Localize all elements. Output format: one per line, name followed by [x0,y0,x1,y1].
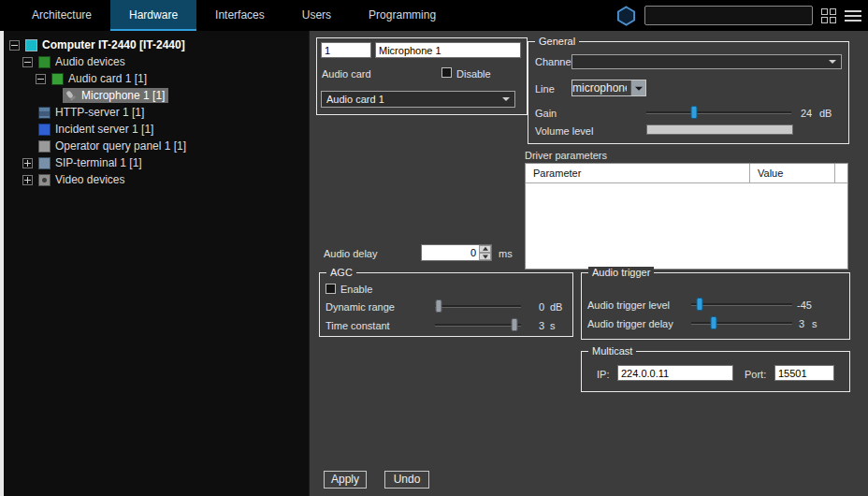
tree-item-label: Audio card 1 [1] [68,72,147,85]
time-constant-slider[interactable] [435,318,521,331]
tree-item[interactable]: Audio devices [4,53,309,70]
http-server-icon [38,107,51,119]
collapse-icon[interactable] [9,40,20,51]
channel-select[interactable] [571,54,842,69]
identity-group: Audio card Disable Audio card 1 [316,37,528,115]
tab-users[interactable]: Users [283,0,350,31]
audio-delay-label: Audio delay [324,248,378,260]
column-header-spacer [835,164,847,182]
column-header-parameter[interactable]: Parameter [526,164,750,182]
ip-label: IP: [597,369,609,381]
menu-icon[interactable] [845,10,861,22]
audio-trigger-level-label: Audio trigger level [587,299,670,312]
channel-label: Channel [535,56,573,68]
audio-trigger-group-title: Audio trigger [588,267,654,279]
apply-button[interactable]: Apply [324,471,367,489]
general-group: General Channel Line microphone Gain 24 … [528,41,849,144]
tab-programming[interactable]: Programming [350,0,455,31]
audio-trigger-delay-slider[interactable] [691,316,792,329]
disable-label: Disable [456,68,491,80]
spin-up-button[interactable] [479,245,491,253]
audio-trigger-level-slider[interactable] [691,298,792,311]
slider-thumb[interactable] [696,298,702,311]
collapse-icon[interactable] [22,57,33,67]
expand-icon[interactable] [22,158,33,168]
audio-card-select[interactable]: Audio card 1 [321,91,515,108]
slider-track [691,303,792,306]
dynamic-range-unit: dB [550,301,562,314]
slider-thumb[interactable] [691,106,698,119]
multicast-group: Multicast IP: Port: [581,351,850,392]
slider-track [435,324,521,327]
tree-item-label: Computer IT-2440 [IT-2440] [42,38,185,51]
tree-item-label: Incident server 1 [1] [55,123,153,136]
tree-item[interactable]: SIP-terminal 1 [1] [4,154,309,171]
tree-item[interactable]: Computer IT-2440 [IT-2440] [4,36,309,53]
driver-parameters-table[interactable]: ParameterValue [525,163,848,270]
time-constant-unit: s [550,320,556,332]
volume-level-label: Volume level [535,125,593,138]
spinner-buttons [479,245,491,260]
gain-unit: dB [819,108,832,120]
disable-checkbox[interactable] [441,67,452,78]
dynamic-range-slider[interactable] [435,299,521,313]
expand-icon[interactable] [22,175,33,185]
settings-panel: Audio card Disable Audio card 1 General … [309,31,868,496]
grid-icon[interactable] [821,8,836,23]
tab-architecture[interactable]: Architecture [13,0,110,31]
line-label: Line [535,83,555,95]
slider-thumb[interactable] [435,299,441,313]
top-bar: ArchitectureHardwareInterfacesUsersProgr… [0,0,868,31]
agc-enable-checkbox[interactable] [326,284,336,294]
microphone-icon [65,90,77,102]
audio-trigger-level-value: -45 [797,299,812,312]
audio-delay-spinner[interactable]: 0 [421,244,492,261]
agc-enable-label: Enable [340,284,372,296]
time-constant-label: Time constant [326,320,390,332]
audio-devices-icon [38,56,51,68]
tree-item[interactable]: Video devices [4,171,309,188]
tab-hardware[interactable]: Hardware [110,0,196,31]
tree-item[interactable]: Incident server 1 [1] [4,121,309,138]
gain-slider[interactable] [646,106,791,119]
driver-parameters-title: Driver parameters [525,150,607,162]
tab-interfaces[interactable]: Interfaces [196,0,283,31]
audio-trigger-delay-label: Audio trigger delay [587,318,673,330]
object-name-input[interactable] [375,42,521,58]
collapse-icon[interactable] [36,74,46,84]
slider-thumb[interactable] [710,316,716,329]
audio-card-icon [51,73,64,85]
multicast-ip-input[interactable] [617,365,733,381]
time-constant-value: 3 [539,320,544,332]
tree-item[interactable]: Audio card 1 [1] [4,70,309,87]
spin-down-button[interactable] [479,253,491,260]
audio-delay-value: 0 [422,245,479,260]
tree-item[interactable]: Operator query panel 1 [1] [4,138,309,154]
tree-item-label: SIP-terminal 1 [1] [55,156,142,169]
search-input[interactable] [644,6,813,25]
device-tree-panel: Computer IT-2440 [IT-2440]Audio devicesA… [0,31,309,496]
top-right-controls [616,0,861,31]
tree-item[interactable]: HTTP-server 1 [1] [4,104,309,121]
multicast-port-input[interactable] [774,365,834,381]
audio-card-label: Audio card [322,68,371,80]
audio-delay-unit: ms [499,248,513,260]
tree-item[interactable]: Microphone 1 [1] [4,87,309,104]
gain-value: 24 [801,108,812,120]
tree-item-label: Operator query panel 1 [1] [55,139,186,153]
slider-track [691,322,792,325]
port-label: Port: [745,369,766,381]
audio-trigger-delay-value: 3 [799,318,804,330]
column-header-value[interactable]: Value [750,164,835,182]
sip-terminal-icon [38,157,51,169]
tree-item-label: Microphone 1 [1] [81,89,165,102]
volume-level-meter [646,124,793,135]
line-select[interactable]: microphone [571,80,646,96]
hexagon-logo-icon [616,6,636,26]
dynamic-range-label: Dynamic range [326,301,395,314]
undo-button[interactable]: Undo [384,471,429,489]
slider-thumb[interactable] [511,318,517,331]
incident-server-icon [38,124,51,136]
video-devices-icon [38,174,51,186]
object-number-input[interactable] [321,42,371,58]
